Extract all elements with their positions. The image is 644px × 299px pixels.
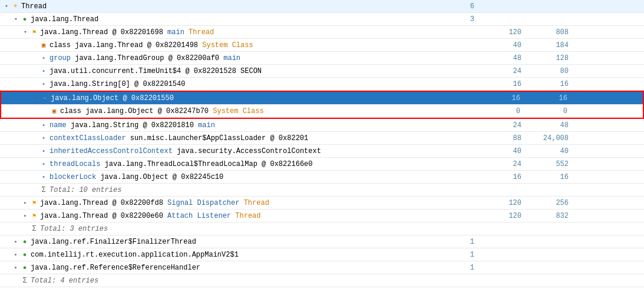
row-text: java.lang.String[0] @ 0x82201540 [49, 80, 185, 88]
retained-size-cell: 16 [525, 94, 572, 102]
row-text: java.lang.Object @ 0x82201550 [51, 94, 174, 102]
row-text: inheritedAccessControlContext java.secur… [49, 147, 321, 155]
class-circle-icon: ● [23, 251, 27, 258]
count-cell: 6 [444, 2, 479, 11]
expander-none [31, 67, 39, 75]
shallow-size-cell: 120 [479, 212, 526, 220]
sigma-icon: Σ [41, 186, 45, 194]
row-name-cell: ▾●java.lang.Thread [0, 15, 444, 24]
row-name-cell: ΣTotal: 10 entries [0, 185, 444, 195]
table-row[interactable]: ▪ java.lang.String[0] @ 0x822015401616 [0, 78, 644, 91]
expander-expand[interactable]: ▸ [12, 264, 20, 272]
row-name-cell: ▪threadLocals java.lang.ThreadLocal$Thre… [0, 160, 444, 169]
row-text: class java.lang.Object @ 0x82247b70 Syst… [60, 107, 264, 115]
table-row[interactable]: ▣ class java.lang.Object @ 0x82247b70 Sy… [1, 105, 643, 118]
expander-collapse[interactable]: ▾ [12, 15, 20, 24]
thread-ref-icon: ⚑ [32, 212, 37, 220]
retained-size-cell: 184 [526, 41, 573, 49]
expander-expand[interactable]: ▸ [12, 251, 20, 259]
table-row[interactable]: ΣTotal: 4 entries [0, 274, 644, 287]
retained-size-cell: 16 [526, 80, 573, 88]
row-name-cell: ▸⚑java.lang.Thread @ 0x82200e60 Attach L… [0, 211, 444, 221]
field-icon: ▪ [42, 161, 46, 168]
row-name-cell: ▾⚑java.lang.Thread @ 0x82201698 main Thr… [0, 28, 444, 37]
red-outline-group: ▾▪ java.lang.Object @ 0x822015501616▣ cl… [0, 91, 644, 119]
table-row[interactable]: ▣ class java.lang.Thread @ 0x82201498 Sy… [0, 39, 644, 52]
row-text: java.lang.Thread [31, 15, 98, 24]
row-name-cell: ▪ java.util.concurrent.TimeUnit$4 @ 0x82… [0, 67, 444, 76]
row-name-cell: ▪group java.lang.ThreadGroup @ 0x82200af… [0, 54, 444, 63]
class-circle-icon: ● [23, 264, 27, 271]
row-name-cell: ▪inheritedAccessControlContext java.secu… [0, 147, 444, 156]
thread-ref-icon: ⚑ [32, 28, 37, 36]
tree-container: ▾☀Thread6▾●java.lang.Thread3▾⚑java.lang.… [0, 0, 644, 299]
expander-expand[interactable]: ▸ [12, 238, 20, 246]
table-row[interactable]: ▸●java.lang.ref.Finalizer$FinalizerThrea… [0, 235, 644, 248]
retained-size-cell: 256 [526, 199, 573, 207]
table-row[interactable]: ▾●java.lang.Thread3 [0, 13, 644, 26]
expander-collapse[interactable]: ▾ [32, 94, 40, 102]
row-name-cell: ▪blockerLock java.lang.Object @ 0x82245c… [0, 172, 444, 182]
shallow-size-cell: 16 [479, 173, 526, 181]
table-row[interactable]: ▸⚑java.lang.Thread @ 0x82200e60 Attach L… [0, 210, 644, 222]
row-name-cell: ▸●com.intellij.rt.execution.application.… [0, 250, 444, 260]
table-row[interactable]: ΣTotal: 3 entries [0, 222, 644, 235]
shallow-size-cell: 48 [479, 54, 526, 62]
expander-collapse[interactable]: ▾ [2, 2, 11, 11]
field-icon: ▪ [42, 148, 46, 155]
row-text: Thread [21, 2, 47, 11]
class-circle-icon: ● [23, 16, 27, 23]
table-row[interactable]: ▸●java.lang.ref.Reference$ReferenceHandl… [0, 261, 644, 274]
table-row[interactable]: ▪ java.util.concurrent.TimeUnit$4 @ 0x82… [0, 65, 644, 78]
expander-expand[interactable]: ▸ [21, 212, 29, 220]
table-row[interactable]: ▾▪ java.lang.Object @ 0x822015501616 [1, 92, 643, 105]
row-text: threadLocals java.lang.ThreadLocal$Threa… [49, 160, 312, 168]
field-icon: ▪ [42, 68, 46, 75]
count-cell: 1 [444, 251, 479, 259]
table-row[interactable]: ▾⚑java.lang.Thread @ 0x82201698 main Thr… [0, 26, 644, 39]
row-name-cell: ▾☀Thread [0, 2, 444, 11]
expander-none [31, 134, 39, 142]
shallow-size-cell: 120 [479, 28, 526, 36]
row-name-cell: ▪name java.lang.String @ 0x82201810 main [0, 121, 444, 130]
row-name-cell: ▪contextClassLoader sun.misc.Launcher$Ap… [0, 134, 444, 143]
row-text: name java.lang.String @ 0x82201810 main [49, 121, 215, 129]
row-text: java.lang.Thread @ 0x82201698 main Threa… [40, 28, 214, 36]
table-row[interactable]: ▪group java.lang.ThreadGroup @ 0x82200af… [0, 52, 644, 65]
retained-size-cell: 16 [526, 173, 573, 181]
row-text: class java.lang.Thread @ 0x82201498 Syst… [49, 41, 253, 49]
table-row[interactable]: ▸●com.intellij.rt.execution.application.… [0, 248, 644, 261]
row-text: contextClassLoader sun.misc.Launcher$App… [49, 134, 308, 142]
table-row[interactable]: ▪contextClassLoader sun.misc.Launcher$Ap… [0, 132, 644, 145]
expander-none [31, 173, 39, 181]
expander-none [12, 277, 20, 285]
retained-size-cell: 0 [525, 107, 572, 115]
class-circle-icon: ● [23, 238, 27, 245]
row-text: Total: 10 entries [49, 186, 121, 194]
expander-collapse[interactable]: ▾ [21, 28, 29, 36]
field-icon: ▪ [42, 135, 46, 142]
row-name-cell: ▪ java.lang.String[0] @ 0x82201540 [0, 79, 444, 89]
table-row[interactable]: ΣTotal: 10 entries [0, 184, 644, 197]
field-icon: ▪ [42, 174, 46, 181]
table-row[interactable]: ▪inheritedAccessControlContext java.secu… [0, 145, 644, 158]
sigma-icon: Σ [22, 277, 27, 285]
row-text: java.lang.ref.Reference$ReferenceHandler [31, 264, 200, 272]
expander-none [21, 225, 29, 233]
table-row[interactable]: ▾☀Thread6 [0, 0, 644, 13]
expander-none [31, 160, 39, 168]
row-name-cell: ▾▪ java.lang.Object @ 0x82201550 [1, 94, 442, 103]
table-row[interactable]: ▪threadLocals java.lang.ThreadLocal$Thre… [0, 158, 644, 171]
row-text: java.util.concurrent.TimeUnit$4 @ 0x8220… [49, 67, 262, 75]
shallow-size-cell: 88 [479, 134, 526, 142]
thread-ref-icon: ⚑ [32, 199, 37, 207]
expander-expand[interactable]: ▸ [21, 199, 29, 207]
expander-none [31, 147, 39, 155]
table-row[interactable]: ▪blockerLock java.lang.Object @ 0x82245c… [0, 171, 644, 184]
sigma-icon: Σ [32, 225, 36, 233]
table-row[interactable]: ▸⚑java.lang.Thread @ 0x82200fd8 Signal D… [0, 197, 644, 210]
shallow-size-cell: 0 [478, 107, 525, 115]
expander-none [41, 107, 49, 115]
table-row[interactable]: ▪name java.lang.String @ 0x82201810 main… [0, 119, 644, 132]
expander-none [31, 186, 39, 194]
